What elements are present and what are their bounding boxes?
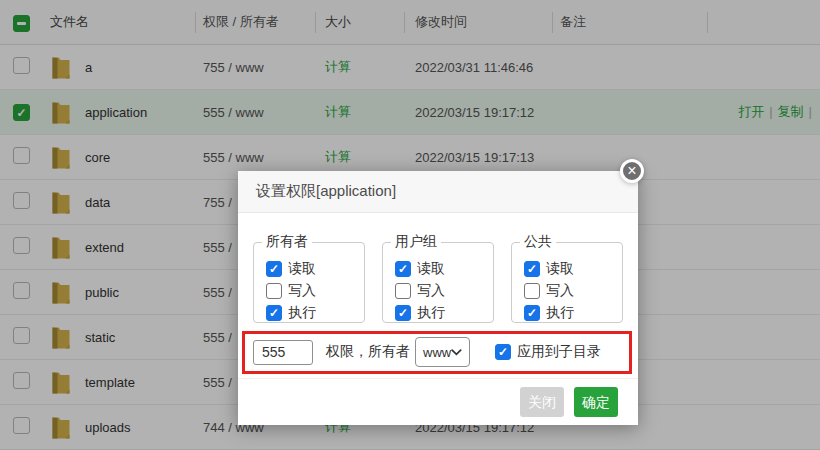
write-checkbox[interactable] (524, 283, 540, 299)
owner-permission-group: 所有者 读取 写入 执行 (253, 233, 365, 323)
owner-read-option[interactable]: 读取 (266, 261, 364, 277)
exec-checkbox[interactable] (395, 305, 411, 321)
group-legend: 用户组 (391, 233, 441, 251)
permission-value-row: 权限， 所有者 www 应用到子目录 (253, 337, 601, 367)
checkbox-label: 执行 (546, 304, 574, 322)
checkbox-label: 写入 (546, 282, 574, 300)
group-legend: 公共 (520, 233, 556, 251)
permission-value-input[interactable] (253, 340, 313, 365)
read-checkbox[interactable] (395, 261, 411, 277)
confirm-button[interactable]: 确定 (574, 387, 618, 417)
apply-to-subdir-label: 应用到子目录 (517, 343, 601, 361)
checkbox-label: 读取 (288, 260, 316, 278)
checkbox-label: 写入 (417, 282, 445, 300)
read-checkbox[interactable] (266, 261, 282, 277)
exec-checkbox[interactable] (266, 305, 282, 321)
group-read-option[interactable]: 读取 (395, 261, 493, 277)
close-button[interactable]: 关闭 (520, 387, 564, 417)
exec-checkbox[interactable] (524, 305, 540, 321)
permission-groups: 所有者 读取 写入 执行 用户组 读取 写入 (253, 233, 623, 323)
owner-exec-option[interactable]: 执行 (266, 305, 364, 321)
usergroup-permission-group: 用户组 读取 写入 执行 (382, 233, 494, 323)
public-exec-option[interactable]: 执行 (524, 305, 622, 321)
close-icon: × (627, 163, 636, 179)
public-write-option[interactable]: 写入 (524, 283, 622, 299)
apply-to-subdir-checkbox[interactable] (495, 344, 511, 360)
owner-select-value: www (423, 345, 451, 360)
checkbox-label: 写入 (288, 282, 316, 300)
write-checkbox[interactable] (266, 283, 282, 299)
dialog-header: 设置权限[application] (238, 171, 638, 213)
owner-select[interactable]: www (415, 337, 470, 367)
read-checkbox[interactable] (524, 261, 540, 277)
group-legend: 所有者 (262, 233, 312, 251)
public-read-option[interactable]: 读取 (524, 261, 622, 277)
permission-label: 权限， (326, 343, 368, 361)
set-permission-dialog: 设置权限[application] × 所有者 读取 写入 执行 用户组 (238, 171, 638, 425)
chevron-down-icon (451, 349, 462, 356)
checkbox-label: 执行 (288, 304, 316, 322)
checkbox-label: 读取 (417, 260, 445, 278)
dialog-title: 设置权限[application] (256, 182, 396, 201)
checkbox-label: 读取 (546, 260, 574, 278)
checkbox-label: 执行 (417, 304, 445, 322)
public-permission-group: 公共 读取 写入 执行 (511, 233, 623, 323)
owner-label: 所有者 (368, 343, 410, 361)
dialog-footer: 关闭 确定 (238, 378, 638, 425)
group-exec-option[interactable]: 执行 (395, 305, 493, 321)
apply-to-subdir-option[interactable]: 应用到子目录 (495, 343, 601, 361)
dialog-close-button[interactable]: × (620, 159, 644, 183)
group-write-option[interactable]: 写入 (395, 283, 493, 299)
owner-write-option[interactable]: 写入 (266, 283, 364, 299)
write-checkbox[interactable] (395, 283, 411, 299)
